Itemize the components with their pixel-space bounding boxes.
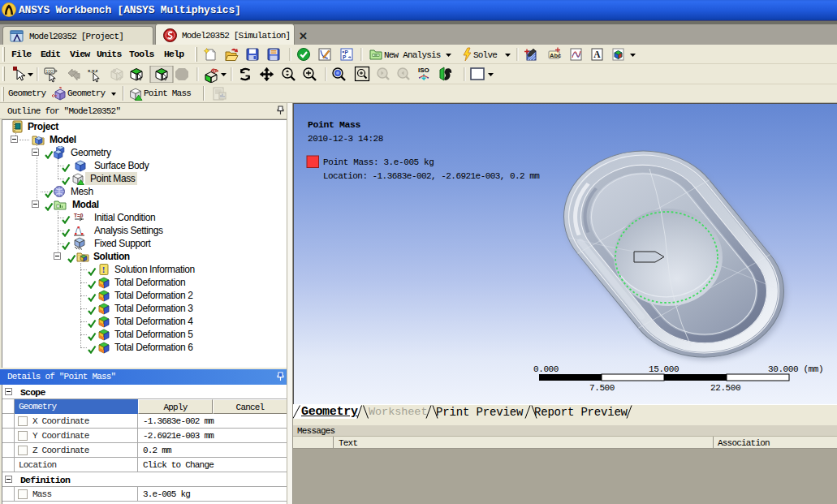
svg-text:Point Mass: Point Mass — [308, 119, 361, 130]
svg-text:22.500: 22.500 — [710, 383, 740, 393]
svg-text:Abc: Abc — [550, 52, 561, 59]
svg-text:P: P — [343, 54, 347, 60]
svg-text:0.000: 0.000 — [533, 364, 559, 374]
svg-text:x,y,z: x,y,z — [88, 68, 98, 73]
svg-text:New Analysis: New Analysis — [384, 50, 441, 60]
svg-text:Point Mass: 3.e-005 kg: Point Mass: 3.e-005 kg — [323, 157, 434, 167]
svg-text:A: A — [593, 50, 601, 59]
svg-text:30.000 (mm): 30.000 (mm) — [768, 364, 823, 374]
svg-text:Solve: Solve — [473, 50, 497, 60]
svg-text:7.500: 7.500 — [589, 383, 615, 393]
svg-text:100: 100 — [45, 69, 53, 74]
svg-text:2010-12-3 14:28: 2010-12-3 14:28 — [308, 134, 383, 144]
svg-text:ISO: ISO — [418, 67, 429, 74]
svg-text:15.000: 15.000 — [649, 364, 679, 374]
svg-text:Location: -1.3683e-002, -2.692: Location: -1.3683e-002, -2.6921e-003, 0.… — [323, 171, 540, 181]
